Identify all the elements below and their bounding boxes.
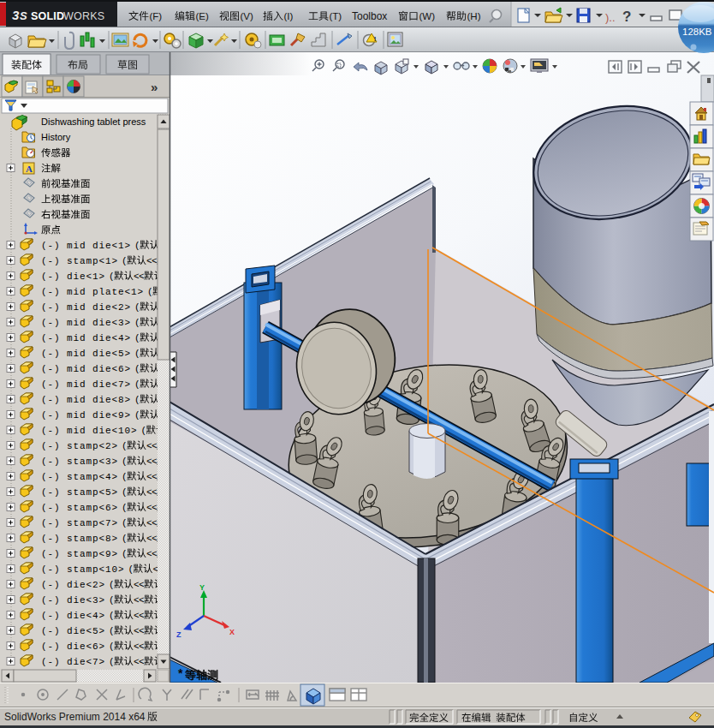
svg-text:Toolbox: Toolbox <box>352 10 387 22</box>
svg-text:(-) mid die<2>: (-) mid die<2> <box>41 302 131 313</box>
svg-text:(-) stamp<3>: (-) stamp<3> <box>41 456 118 467</box>
svg-text:(F): (F) <box>150 11 163 21</box>
svg-text:(T): (T) <box>330 11 342 21</box>
svg-text:(-) die<2>: (-) die<2> <box>41 580 105 590</box>
svg-text:(-) stamp<1>: (-) stamp<1> <box>41 256 118 266</box>
svg-text:(-) die<1>: (-) die<1> <box>41 272 105 282</box>
svg-text:(W): (W) <box>419 11 436 21</box>
svg-text:(-) die<4>: (-) die<4> <box>41 611 105 621</box>
svg-text:(-) stamp<4>: (-) stamp<4> <box>41 472 118 482</box>
svg-text:(-) mid die<10>: (-) mid die<10> <box>41 426 138 436</box>
svg-text:History: History <box>41 132 71 142</box>
svg-text:(-) stamp<8>: (-) stamp<8> <box>41 534 118 544</box>
svg-text:(H): (H) <box>467 11 481 21</box>
svg-text:128KB: 128KB <box>682 27 712 37</box>
svg-text:(-) mid die<7>: (-) mid die<7> <box>41 379 131 390</box>
svg-text:*: * <box>178 666 183 680</box>
svg-text:(-) stamp<7>: (-) stamp<7> <box>41 518 118 528</box>
svg-text:S: S <box>20 9 27 22</box>
svg-text:3: 3 <box>12 8 20 22</box>
svg-text:(-) stamp<2>: (-) stamp<2> <box>41 441 118 451</box>
svg-text:(-) die<5>: (-) die<5> <box>41 626 105 636</box>
svg-text:)..: ).. <box>605 11 616 24</box>
svg-text:(I): (I) <box>284 11 294 21</box>
svg-text:(-) mid die<8>: (-) mid die<8> <box>41 395 131 405</box>
svg-text:(-) mid die<3>: (-) mid die<3> <box>41 318 131 328</box>
svg-text:(-) mid plate<1>: (-) mid plate<1> <box>41 287 144 297</box>
svg-text:Z: Z <box>176 630 181 639</box>
svg-text:!: ! <box>374 35 377 43</box>
svg-text:(V): (V) <box>241 11 254 21</box>
svg-text:(-) mid die<6>: (-) mid die<6> <box>41 364 131 374</box>
svg-text:?: ? <box>622 9 631 25</box>
svg-text:Dishwashing tablet press: Dishwashing tablet press <box>41 116 146 127</box>
svg-text:»: » <box>151 80 158 94</box>
svg-text:SOLID: SOLID <box>31 10 64 22</box>
svg-text:(-) mid die<1>: (-) mid die<1> <box>41 241 131 251</box>
svg-text:(-) mid die<9>: (-) mid die<9> <box>41 410 131 421</box>
svg-text:(-) mid die<5>: (-) mid die<5> <box>41 349 131 359</box>
svg-text:(E): (E) <box>196 11 210 21</box>
svg-text:(-) die<6>: (-) die<6> <box>41 641 105 652</box>
svg-text:Y: Y <box>199 583 205 592</box>
svg-text:(-) stamp<9>: (-) stamp<9> <box>41 549 118 559</box>
svg-text:WORKS: WORKS <box>63 10 104 22</box>
svg-text:(-) stamp<10>: (-) stamp<10> <box>41 564 125 575</box>
svg-text:(-) die<7>: (-) die<7> <box>41 657 105 667</box>
svg-text:(-) die<3>: (-) die<3> <box>41 595 105 606</box>
svg-text:(-) stamp<6>: (-) stamp<6> <box>41 503 118 513</box>
svg-text:X: X <box>229 628 235 636</box>
svg-text:SolidWorks Premium 2014 x64: SolidWorks Premium 2014 x64 <box>4 711 146 723</box>
svg-text:A: A <box>26 164 33 174</box>
svg-text:(-) mid die<4>: (-) mid die<4> <box>41 333 131 343</box>
svg-text:(-) stamp<5>: (-) stamp<5> <box>41 487 118 498</box>
